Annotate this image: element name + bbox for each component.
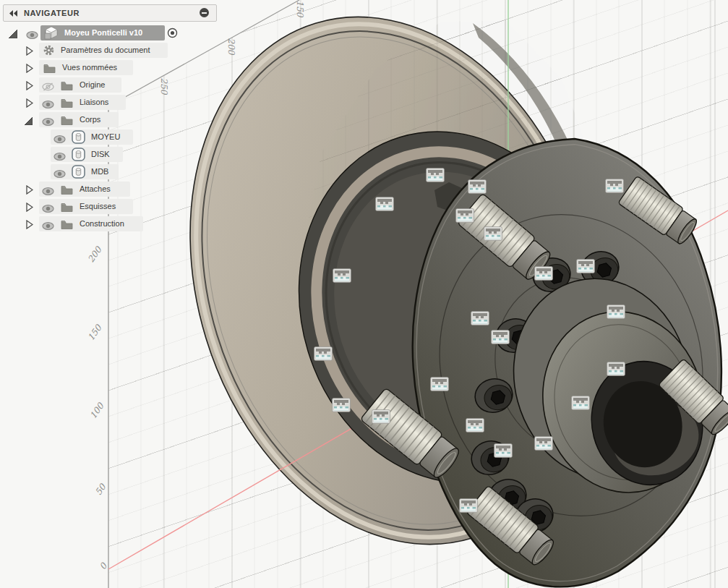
- thread-feature-icon[interactable]: [459, 498, 478, 513]
- visibility-eye-icon[interactable]: [26, 29, 38, 42]
- visibility-eye-icon[interactable]: [42, 116, 54, 129]
- thread-feature-icon[interactable]: [607, 362, 625, 376]
- thread-feature-icon[interactable]: [455, 208, 474, 223]
- tree-row-label[interactable]: MDB: [91, 167, 108, 176]
- thread-feature-icon[interactable]: [471, 311, 489, 325]
- collapsed-arrow-icon[interactable]: [26, 184, 33, 193]
- root-component-label[interactable]: Moyeu Ponticelli v10: [64, 28, 142, 37]
- tree-row-body-disk[interactable]: DISK: [0, 147, 231, 162]
- tree-row-label[interactable]: MOYEU: [91, 132, 120, 141]
- visibility-eye-icon[interactable]: [53, 168, 66, 181]
- tree-row-label[interactable]: Vues nommées: [62, 63, 117, 72]
- tree-row-joints[interactable]: Liaisons: [0, 95, 231, 110]
- thread-feature-icon[interactable]: [314, 346, 333, 361]
- visibility-eye-icon[interactable]: [42, 98, 54, 111]
- tree-row-attachments[interactable]: Attaches: [0, 182, 231, 197]
- thread-feature-icon[interactable]: [534, 436, 553, 451]
- thread-feature-icon[interactable]: [468, 179, 487, 194]
- visibility-eye-icon[interactable]: [42, 203, 54, 216]
- folder-icon: [61, 98, 73, 111]
- visibility-off-eye-icon[interactable]: [42, 81, 54, 94]
- minimize-panel-icon[interactable]: [200, 8, 209, 17]
- collapsed-arrow-icon[interactable]: [26, 46, 33, 54]
- thread-feature-icon[interactable]: [372, 409, 390, 424]
- thread-feature-icon[interactable]: [494, 443, 513, 458]
- grid-ruler-label-left: 200: [86, 245, 104, 265]
- tree-row-label[interactable]: DISK: [91, 150, 110, 158]
- thread-feature-icon[interactable]: [466, 418, 484, 433]
- folder-icon: [61, 219, 73, 232]
- thread-feature-icon[interactable]: [491, 330, 510, 344]
- thread-feature-icon[interactable]: [484, 226, 502, 241]
- collapsed-arrow-icon[interactable]: [26, 98, 33, 106]
- thread-feature-icon[interactable]: [571, 396, 590, 410]
- visibility-eye-icon[interactable]: [42, 185, 54, 198]
- thread-feature-icon[interactable]: [607, 304, 625, 319]
- component-cube-icon: [44, 26, 59, 43]
- tree-row-label[interactable]: Paramètres du document: [61, 46, 150, 54]
- panel-title: NAVIGATEUR: [24, 9, 80, 17]
- grid-ruler-label-left: 150: [86, 323, 104, 343]
- thread-feature-icon[interactable]: [375, 197, 394, 211]
- folder-icon: [61, 202, 73, 215]
- tree-row-body-moyeu[interactable]: MOYEU: [0, 129, 231, 145]
- fusion360-viewport: { "app": { "panel_title": "NAVIGATEUR" }…: [0, 0, 728, 588]
- folder-icon: [43, 63, 56, 76]
- expanded-arrow-icon[interactable]: [9, 28, 16, 37]
- visibility-eye-icon[interactable]: [42, 220, 54, 233]
- tree-row-label[interactable]: Esquisses: [80, 202, 116, 210]
- thread-feature-icon[interactable]: [332, 398, 351, 412]
- collapsed-arrow-icon[interactable]: [26, 202, 33, 210]
- tree-row-construction[interactable]: Construction: [0, 216, 231, 231]
- thread-feature-icon[interactable]: [430, 377, 449, 391]
- collapsed-arrow-icon[interactable]: [26, 80, 33, 89]
- thread-feature-icon[interactable]: [426, 168, 445, 182]
- grid-ruler-label-left: 50: [93, 482, 108, 498]
- tree-row-label[interactable]: Origine: [80, 80, 105, 89]
- grid-ruler-label-left: 0: [98, 561, 109, 571]
- thread-feature-icon[interactable]: [333, 268, 351, 283]
- tree-row-sketches[interactable]: Esquisses: [0, 199, 231, 214]
- collapse-panel-icon[interactable]: [9, 10, 18, 17]
- grid-ruler-label-left: 100: [88, 401, 106, 421]
- navigator-header[interactable]: NAVIGATEUR: [3, 4, 217, 22]
- visibility-eye-icon[interactable]: [53, 150, 66, 163]
- collapsed-arrow-icon[interactable]: [26, 63, 33, 72]
- tree-row-root-component[interactable]: Moyeu Ponticelli v10: [0, 25, 231, 41]
- tree-row-body-mdb[interactable]: MDB: [0, 164, 231, 179]
- thread-feature-icon[interactable]: [605, 179, 624, 193]
- folder-icon: [61, 115, 73, 128]
- tree-row-label[interactable]: Liaisons: [80, 98, 108, 106]
- tree-row-bodies[interactable]: Corps: [0, 112, 231, 127]
- folder-icon: [61, 184, 73, 197]
- body-cylinder-icon: [72, 165, 85, 182]
- activate-component-radio[interactable]: [167, 27, 178, 41]
- tree-row-named-views[interactable]: Vues nommées: [0, 60, 231, 75]
- visibility-eye-icon[interactable]: [53, 133, 66, 146]
- body-cylinder-icon: [72, 148, 85, 164]
- tree-row-label[interactable]: Attaches: [80, 184, 111, 193]
- expanded-arrow-icon[interactable]: [25, 115, 32, 124]
- gear-icon: [43, 45, 54, 59]
- thread-feature-icon[interactable]: [576, 259, 595, 273]
- folder-icon: [61, 80, 73, 93]
- tree-row-document-settings[interactable]: Paramètres du document: [0, 43, 231, 58]
- collapsed-arrow-icon[interactable]: [26, 219, 33, 228]
- tree-row-origin[interactable]: Origine: [0, 77, 231, 93]
- tree-row-label[interactable]: Construction: [80, 219, 124, 228]
- body-cylinder-icon: [72, 130, 85, 147]
- tree-row-label[interactable]: Corps: [80, 115, 100, 124]
- thread-feature-icon[interactable]: [534, 266, 553, 281]
